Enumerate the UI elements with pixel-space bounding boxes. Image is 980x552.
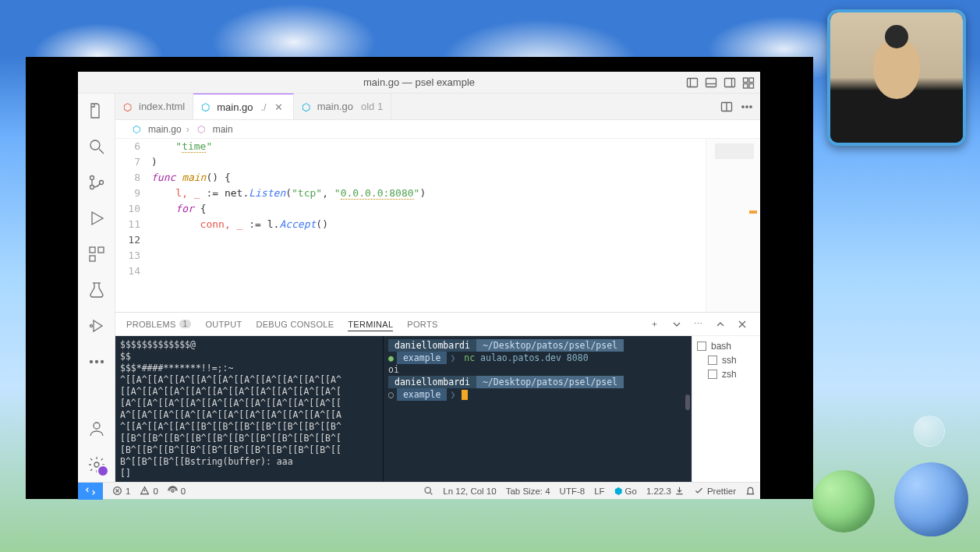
shell-name: zsh [722,369,737,380]
svg-rect-8 [744,83,748,88]
svg-point-10 [90,140,100,150]
terminal-output-line: [B^[[B^[[B^[[B^[[B^[[B^[[B^[[B^[[B^[[B^[… [120,444,378,456]
status-bell-icon[interactable] [741,486,760,497]
code-area[interactable]: "time")func main() { l, _ := net.Listen(… [151,139,706,312]
titlebar: main.go — psel example [78,72,760,94]
svg-point-23 [95,361,97,363]
extensions-icon[interactable] [86,243,108,265]
status-tabsize[interactable]: Tab Size: 4 [501,486,555,497]
settings-gear-icon[interactable] [86,454,108,476]
svg-rect-16 [90,247,95,253]
debug-alt-icon[interactable] [86,315,108,337]
svg-line-41 [430,493,432,494]
terminal-output-line: ^[[A^[[A^[[A^[[B^[[B^[[B^[[B^[[B^[[B^[[B… [120,421,378,433]
go-file-icon: ⬡ [302,101,313,112]
go-file-icon: ⬡ [201,101,212,112]
layout-grid-icon[interactable] [741,76,755,90]
panel-ellipsis-icon[interactable]: ⋯ [692,317,706,331]
terminal-scrollbar[interactable] [685,395,690,410]
terminal-output-line: [] [120,468,378,479]
source-control-icon[interactable] [86,172,108,193]
line-gutter: 67891011121314 [115,139,151,312]
breadcrumb[interactable]: ⬡ main.go › ⬡ main [115,120,760,139]
svg-point-25 [94,423,100,429]
layout-sidebar-left-icon[interactable] [685,76,699,90]
tab-terminal[interactable]: TERMINAL [348,320,393,331]
svg-rect-18 [90,256,95,261]
terminal-list-item[interactable]: bash [697,339,755,353]
status-eol[interactable]: LF [589,486,609,497]
terminal-pane-left[interactable]: $$$$$$$$$$$$$@$$ $$$*####*******!!=;:~^[… [115,336,384,482]
status-cursor[interactable]: Ln 12, Col 10 [438,486,501,497]
cmd-args: aulao.patos.dev 8080 [480,352,588,363]
editor-tab[interactable]: ⬡main.go./✕ [193,93,293,119]
layout-panel-icon[interactable] [704,76,718,90]
panel-maximize-icon[interactable] [713,317,727,331]
vscode-window: main.go — psel example [78,72,760,499]
editor-tabbar: ⬡index.html⬡main.go./✕⬡main.goold 1 [115,94,760,120]
terminal-list: bashsshzsh [692,336,760,482]
svg-rect-7 [749,78,754,83]
prompt-project: example [397,388,447,401]
editor-tab[interactable]: ⬡main.goold 1 [294,94,391,119]
run-debug-icon[interactable] [86,207,108,229]
split-editor-icon[interactable] [720,100,734,114]
close-icon[interactable]: ✕ [274,101,285,112]
svg-point-24 [101,361,103,363]
svg-rect-4 [725,78,735,87]
tab-output[interactable]: OUTPUT [205,320,242,329]
terminal-output-line: $$ [120,351,378,363]
status-go-version[interactable]: 1.22.3 [642,486,689,497]
breadcrumb-symbol: main [213,124,233,135]
bottom-panel: PROBLEMS1 OUTPUT DEBUG CONSOLE TERMINAL … [115,312,760,482]
editor[interactable]: 67891011121314 "time")func main() { l, _… [115,139,706,312]
explorer-icon[interactable] [86,100,108,122]
terminal-cursor [462,390,468,400]
terminal-output-line: A^[[A^[[A^[[A^[[A^[[A^[[A^[[A^[[A^[[A^[[… [120,409,378,421]
status-language[interactable]: ⬢ Go [610,486,642,497]
svg-point-22 [90,361,92,363]
terminal-icon [697,341,706,351]
terminal-list-item[interactable]: ssh [697,353,755,367]
svg-point-12 [90,176,94,180]
ellipsis-icon[interactable] [86,351,108,373]
svg-rect-2 [706,78,716,87]
prompt-path: ~/Desktop/patos/psel/psel [476,376,624,388]
panel-close-icon[interactable] [735,317,749,331]
new-terminal-icon[interactable]: ＋ [648,317,662,331]
testing-icon[interactable] [86,279,108,301]
terminal-output-line: B^[[B^[[B^[[Bstring(buffer): aaa [120,456,378,468]
terminal-output-line: oi [388,364,687,376]
minimap[interactable] [706,139,760,312]
status-errors[interactable]: 1 [108,486,135,496]
status-formatter[interactable]: Prettier [689,486,741,497]
tab-ellipsis-icon[interactable] [740,100,754,114]
search-icon[interactable] [86,136,108,157]
account-icon[interactable] [86,418,108,440]
terminal-list-item[interactable]: zsh [697,367,755,381]
terminal-pane-right[interactable]: daniellombardi~/Desktop/patos/psel/psel … [384,336,692,482]
status-ports[interactable]: 0 [163,486,190,496]
editor-tab[interactable]: ⬡index.html [115,94,193,119]
svg-point-31 [750,105,752,107]
prompt-path: ~/Desktop/patos/psel/psel [476,339,624,352]
tab-debug-console[interactable]: DEBUG CONSOLE [256,320,334,329]
tab-ports[interactable]: PORTS [407,320,437,329]
symbol-icon: ⬡ [194,122,208,136]
remote-indicator[interactable] [78,483,103,500]
svg-line-11 [99,149,104,154]
terminal-dropdown-icon[interactable] [670,317,684,331]
svg-rect-6 [744,78,748,83]
activity-bar [78,94,115,482]
breadcrumb-file: main.go [148,124,182,135]
layout-sidebar-right-icon[interactable] [723,76,737,90]
cmd-binary: nc [464,352,475,363]
tab-problems[interactable]: PROBLEMS1 [126,320,191,329]
status-dot-idle-icon: ○ [388,389,394,400]
status-warnings[interactable]: 0 [135,486,162,496]
status-zoom-icon[interactable] [419,486,438,497]
svg-point-21 [90,325,92,327]
svg-rect-17 [98,247,104,253]
status-encoding[interactable]: UTF-8 [555,486,590,497]
prompt-arrow-icon: ❯ [450,352,455,363]
